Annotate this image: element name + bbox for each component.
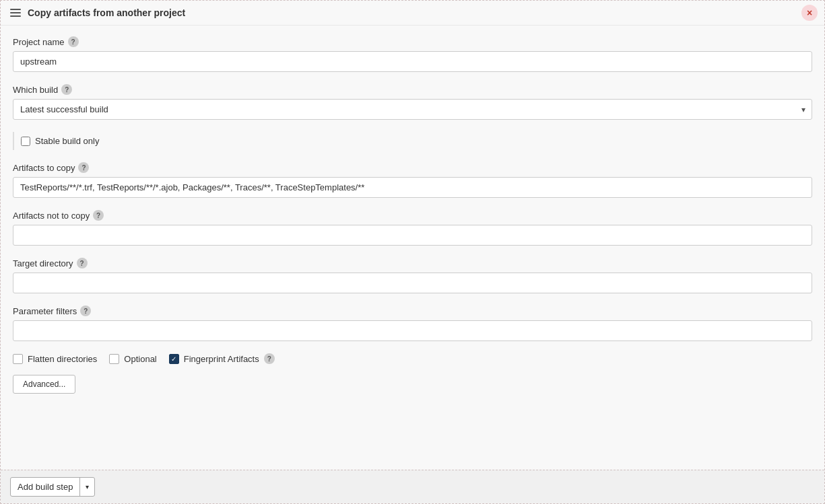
flatten-directories-checkbox[interactable] <box>13 354 23 364</box>
hamburger-icon[interactable] <box>10 9 21 17</box>
flatten-directories-label[interactable]: Flatten directories <box>13 354 97 364</box>
artifacts-not-to-copy-label: Artifacts not to copy ? <box>13 210 812 221</box>
project-name-input[interactable] <box>13 51 812 72</box>
target-directory-input[interactable] <box>13 273 812 293</box>
artifacts-to-copy-input[interactable] <box>13 177 812 198</box>
which-build-select[interactable]: Latest successful buildLatest saved buil… <box>13 99 812 120</box>
optional-checkbox[interactable] <box>109 354 119 364</box>
project-name-group: Project name ? <box>13 36 812 72</box>
main-container: Copy artifacts from another project × Pr… <box>0 0 825 504</box>
optional-label[interactable]: Optional <box>109 354 156 364</box>
add-build-step-dropdown-arrow[interactable]: ▾ <box>80 479 94 495</box>
panel-footer: Add build step ▾ <box>1 470 824 503</box>
stable-build-group: Stable build only <box>13 132 812 150</box>
stable-build-checkbox[interactable] <box>21 137 30 146</box>
artifacts-to-copy-help-icon[interactable]: ? <box>78 162 89 173</box>
panel-title: Copy artifacts from another project <box>28 7 185 18</box>
advanced-button[interactable]: Advanced... <box>13 375 75 394</box>
parameter-filters-label: Parameter filters ? <box>13 305 812 316</box>
parameter-filters-group: Parameter filters ? <box>13 305 812 341</box>
fingerprint-artifacts-checkbox[interactable]: ✓ <box>169 354 179 364</box>
panel-header: Copy artifacts from another project × <box>1 1 824 26</box>
add-build-step-button[interactable]: Add build step ▾ <box>10 477 95 497</box>
project-name-label: Project name ? <box>13 36 812 47</box>
stable-build-row: Stable build only <box>13 132 812 150</box>
checkboxes-row: Flatten directories Optional ✓ Fingerpri… <box>13 353 812 364</box>
fingerprint-artifacts-label[interactable]: ✓ Fingerprint Artifacts ? <box>169 353 275 364</box>
stable-build-checkbox-label[interactable]: Stable build only <box>21 136 99 146</box>
close-button[interactable]: × <box>801 5 818 21</box>
add-build-step-label: Add build step <box>11 478 80 496</box>
target-directory-label: Target directory ? <box>13 258 812 268</box>
advanced-button-container: Advanced... <box>13 375 812 394</box>
artifacts-not-to-copy-help-icon[interactable]: ? <box>93 210 104 221</box>
parameter-filters-input[interactable] <box>13 320 812 341</box>
which-build-select-wrapper: Latest successful buildLatest saved buil… <box>13 99 812 120</box>
which-build-label: Which build ? <box>13 84 812 95</box>
artifacts-not-to-copy-group: Artifacts not to copy ? <box>13 210 812 246</box>
artifacts-not-to-copy-input[interactable] <box>13 225 812 246</box>
copy-artifacts-panel: Copy artifacts from another project × Pr… <box>0 0 825 504</box>
project-name-help-icon[interactable]: ? <box>68 36 79 47</box>
target-directory-help-icon[interactable]: ? <box>77 258 88 268</box>
parameter-filters-help-icon[interactable]: ? <box>80 305 91 316</box>
artifacts-to-copy-group: Artifacts to copy ? <box>13 162 812 198</box>
which-build-help-icon[interactable]: ? <box>61 84 72 95</box>
panel-body: Project name ? Which build ? Latest succ… <box>1 26 824 470</box>
artifacts-to-copy-label: Artifacts to copy ? <box>13 162 812 173</box>
target-directory-group: Target directory ? <box>13 258 812 293</box>
which-build-group: Which build ? Latest successful buildLat… <box>13 84 812 120</box>
fingerprint-artifacts-help-icon[interactable]: ? <box>264 353 275 364</box>
